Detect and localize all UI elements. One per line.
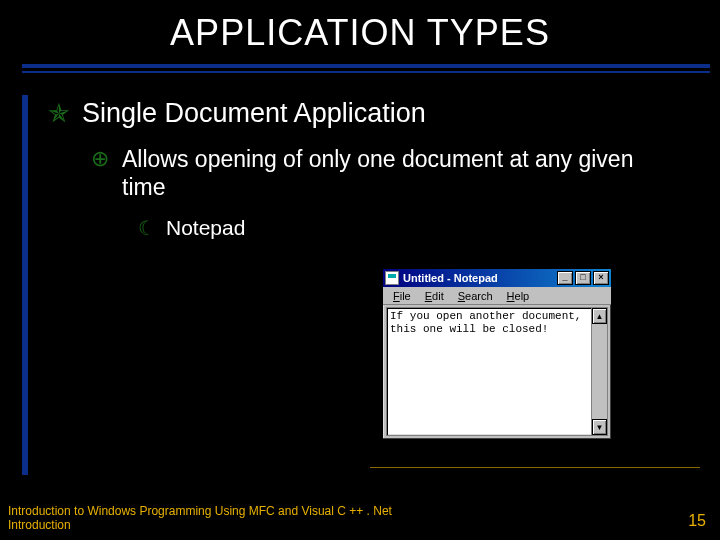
bullet-level3-text: Notepad bbox=[166, 215, 245, 241]
notepad-client: If you open another document, this one w… bbox=[386, 307, 608, 436]
bullet-level2: ⊕ Allows opening of only one document at… bbox=[90, 145, 720, 201]
notepad-textarea[interactable]: If you open another document, this one w… bbox=[387, 308, 591, 435]
circle-plus-icon: ⊕ bbox=[90, 145, 110, 173]
notepad-window: Untitled - Notepad _ □ × File Edit Searc… bbox=[382, 268, 612, 440]
notepad-titlebar[interactable]: Untitled - Notepad _ □ × bbox=[383, 269, 611, 287]
crescent-icon: ☾ bbox=[138, 215, 156, 241]
title-divider bbox=[22, 64, 710, 73]
scroll-down-icon[interactable]: ▼ bbox=[592, 419, 607, 435]
notepad-app-icon bbox=[385, 271, 399, 285]
page-number: 15 bbox=[688, 512, 706, 530]
minimize-button[interactable]: _ bbox=[557, 271, 573, 285]
menu-search[interactable]: Search bbox=[452, 289, 499, 303]
content-area: ✯ Single Document Application ⊕ Allows o… bbox=[22, 95, 720, 475]
menu-help[interactable]: Help bbox=[501, 289, 536, 303]
notepad-title: Untitled - Notepad bbox=[403, 272, 557, 284]
window-controls: _ □ × bbox=[557, 271, 609, 285]
footer-line1: Introduction to Windows Programming Usin… bbox=[8, 504, 392, 518]
close-button[interactable]: × bbox=[593, 271, 609, 285]
bullet-level1-text: Single Document Application bbox=[82, 97, 426, 129]
menu-file[interactable]: File bbox=[387, 289, 417, 303]
star-icon: ✯ bbox=[48, 97, 70, 129]
menu-edit[interactable]: Edit bbox=[419, 289, 450, 303]
bullet-level3: ☾ Notepad bbox=[138, 215, 720, 241]
scrollbar-vertical[interactable]: ▲ ▼ bbox=[591, 308, 607, 435]
footer-divider bbox=[370, 467, 700, 468]
scroll-up-icon[interactable]: ▲ bbox=[592, 308, 607, 324]
bullet-level1: ✯ Single Document Application bbox=[48, 97, 720, 129]
slide-title: APPLICATION TYPES bbox=[0, 0, 720, 64]
footer-line2: Introduction bbox=[8, 518, 392, 532]
footer: Introduction to Windows Programming Usin… bbox=[8, 504, 392, 532]
bullet-level2-text: Allows opening of only one document at a… bbox=[122, 145, 642, 201]
maximize-button[interactable]: □ bbox=[575, 271, 591, 285]
notepad-menubar: File Edit Search Help bbox=[383, 287, 611, 305]
slide: APPLICATION TYPES ✯ Single Document Appl… bbox=[0, 0, 720, 540]
